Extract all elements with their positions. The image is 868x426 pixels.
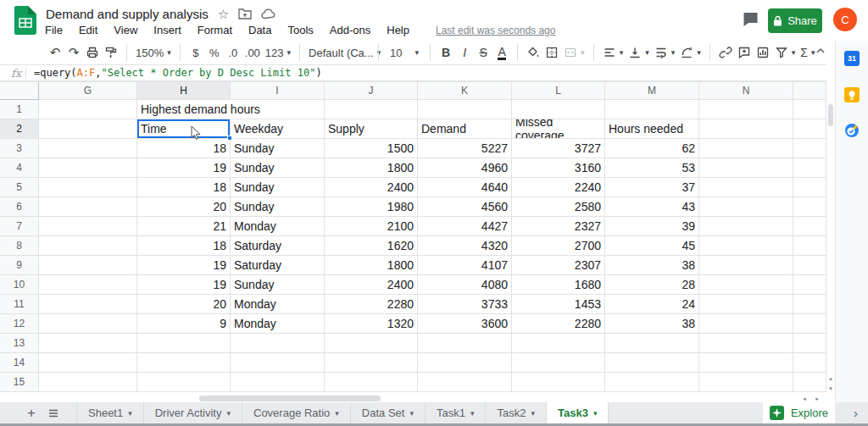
vertical-scrollbar-thumb[interactable] xyxy=(828,104,833,126)
cell-G13[interactable] xyxy=(39,334,137,353)
row-header-1[interactable]: 1 xyxy=(0,100,39,119)
cell-K9[interactable]: 4107 xyxy=(418,256,512,275)
cell-J6[interactable]: 1980 xyxy=(325,197,418,217)
horizontal-align-button[interactable]: ▾ xyxy=(600,42,626,63)
column-header-H[interactable]: H xyxy=(137,81,231,100)
sheet-tab-sheet1[interactable]: Sheet1▾ xyxy=(76,402,143,423)
column-header-I[interactable]: I xyxy=(231,81,325,100)
explore-button[interactable]: Explore xyxy=(763,402,835,423)
row-header-5[interactable]: 5 xyxy=(0,178,39,197)
cell-N11[interactable] xyxy=(699,295,793,314)
cell-K12[interactable]: 3600 xyxy=(418,314,512,334)
cell-M10[interactable]: 28 xyxy=(605,275,699,295)
keep-icon[interactable] xyxy=(844,87,860,102)
collapse-toolbar-icon[interactable] xyxy=(815,45,826,57)
cell-I7[interactable]: Monday xyxy=(231,217,325,236)
sheet-tab-task3[interactable]: Task3▾ xyxy=(546,402,609,423)
text-rotation-button[interactable]: ▾ xyxy=(677,42,704,63)
cell-K4[interactable]: 4960 xyxy=(418,158,512,178)
cell-M5[interactable]: 37 xyxy=(605,178,699,197)
menu-tools[interactable]: Tools xyxy=(286,23,314,37)
menu-format[interactable]: Format xyxy=(196,23,234,37)
cell-J15[interactable] xyxy=(325,373,418,392)
cell-G14[interactable] xyxy=(39,353,137,373)
format-currency-button[interactable]: $ xyxy=(186,42,205,63)
chevron-down-icon[interactable]: ▾ xyxy=(593,409,598,418)
sheet-tab-data-set[interactable]: Data Set▾ xyxy=(350,402,425,423)
cell-H5[interactable]: 18 xyxy=(137,178,231,197)
insert-link-icon[interactable] xyxy=(716,42,735,63)
cell-L5[interactable]: 2240 xyxy=(512,178,605,197)
cell-L8[interactable]: 2700 xyxy=(512,236,605,256)
cell-K6[interactable]: 4560 xyxy=(418,197,512,217)
cell-L14[interactable] xyxy=(512,353,605,373)
row-header-7[interactable]: 7 xyxy=(0,217,39,236)
cell-I2[interactable]: Weekday xyxy=(231,119,325,139)
row-header-9[interactable]: 9 xyxy=(0,256,39,275)
bold-button[interactable]: B xyxy=(437,42,455,63)
text-color-button[interactable]: A xyxy=(492,42,511,63)
format-percent-button[interactable]: % xyxy=(205,42,224,63)
cell-H8[interactable]: 18 xyxy=(137,236,231,256)
cell-M8[interactable]: 45 xyxy=(605,236,699,256)
redo-icon[interactable]: ↷ xyxy=(64,42,83,63)
cell-L2[interactable]: Missed coverage xyxy=(512,119,605,139)
vertical-align-button[interactable]: ▾ xyxy=(626,42,652,63)
cell-I15[interactable] xyxy=(231,373,325,392)
cell-H9[interactable]: 19 xyxy=(137,256,231,275)
cell-L3[interactable]: 3727 xyxy=(512,139,605,158)
cell-J9[interactable]: 1800 xyxy=(325,256,418,275)
cell-G15[interactable] xyxy=(39,373,137,392)
cell-G3[interactable] xyxy=(39,139,137,158)
cell-I8[interactable]: Saturday xyxy=(231,236,325,256)
cell-J2[interactable]: Supply xyxy=(325,119,418,139)
row-header-11[interactable]: 11 xyxy=(0,295,39,314)
cell-N4[interactable] xyxy=(699,158,793,178)
scroll-right-icon[interactable]: ▸ xyxy=(812,395,822,402)
document-title[interactable]: Demand and supply analysis xyxy=(46,7,209,21)
cell-M9[interactable]: 38 xyxy=(605,256,699,275)
cell-L1[interactable] xyxy=(512,100,605,119)
menu-help[interactable]: Help xyxy=(385,23,411,37)
cell-L15[interactable] xyxy=(512,373,605,392)
cell-K5[interactable]: 4640 xyxy=(418,178,512,197)
cloud-status-icon[interactable] xyxy=(261,8,275,19)
cell-I9[interactable]: Saturday xyxy=(231,256,325,275)
row-header-4[interactable]: 4 xyxy=(0,158,39,178)
cell-H14[interactable] xyxy=(137,353,231,373)
cell-G7[interactable] xyxy=(39,217,137,236)
menu-view[interactable]: View xyxy=(112,23,139,37)
cell-M2[interactable]: Hours needed xyxy=(605,119,699,139)
cell-N12[interactable] xyxy=(699,314,793,334)
cell-I10[interactable]: Sunday xyxy=(231,275,325,295)
cell-N10[interactable] xyxy=(699,275,793,295)
sheet-tab-coverage-ratio[interactable]: Coverage Ratio▾ xyxy=(242,402,350,423)
cell-M12[interactable]: 38 xyxy=(605,314,699,334)
decrease-decimal-button[interactable]: .0 xyxy=(224,42,242,63)
menu-edit[interactable]: Edit xyxy=(77,23,99,37)
cell-H12[interactable]: 9 xyxy=(137,314,231,334)
cell-J14[interactable] xyxy=(325,353,418,373)
cell-H3[interactable]: 18 xyxy=(137,139,231,158)
chevron-down-icon[interactable]: ▾ xyxy=(335,409,339,418)
cell-N8[interactable] xyxy=(699,236,793,256)
insert-comment-icon[interactable] xyxy=(735,42,754,63)
cell-G11[interactable] xyxy=(39,295,137,314)
chevron-down-icon[interactable]: ▾ xyxy=(531,409,535,418)
cell-L9[interactable]: 2307 xyxy=(512,256,605,275)
last-edit-link[interactable]: Last edit was seconds ago xyxy=(436,25,555,36)
cell-G4[interactable] xyxy=(39,158,137,178)
menu-add-ons[interactable]: Add-ons xyxy=(328,23,372,37)
sheet-tab-driver-activity[interactable]: Driver Activity▾ xyxy=(143,402,242,423)
cell-G5[interactable] xyxy=(39,178,137,197)
column-header-N[interactable]: N xyxy=(699,81,793,100)
undo-icon[interactable]: ↶ xyxy=(46,42,64,63)
font-size-select[interactable]: 10▾ xyxy=(385,42,424,63)
strikethrough-button[interactable]: S xyxy=(474,42,492,63)
row-header-12[interactable]: 12 xyxy=(0,314,39,334)
cell-J10[interactable]: 2400 xyxy=(325,275,418,295)
sheets-logo-icon[interactable] xyxy=(14,6,36,35)
cell-G9[interactable] xyxy=(39,256,137,275)
cell-I5[interactable]: Sunday xyxy=(231,178,325,197)
cell-N5[interactable] xyxy=(699,178,793,197)
